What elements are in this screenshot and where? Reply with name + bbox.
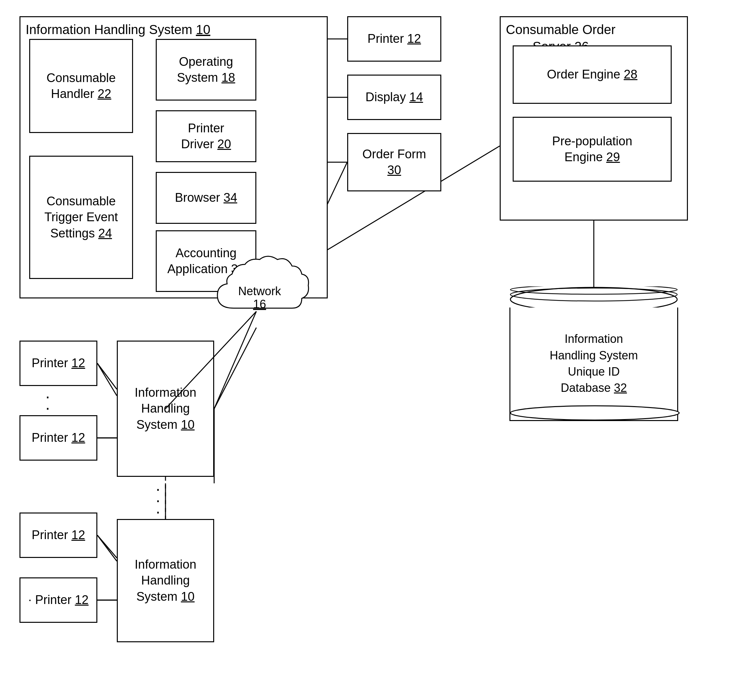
database-label: InformationHandling SystemUnique IDDatab… xyxy=(543,331,645,396)
svg-text:16: 16 xyxy=(253,297,266,311)
ihs-bot-box: InformationHandlingSystem 10 xyxy=(117,519,214,642)
consumable-handler-box: ConsumableHandler 22 xyxy=(29,39,133,133)
printer-b1-label: Printer 12 xyxy=(32,355,85,371)
browser-label: Browser 34 xyxy=(175,190,237,206)
printer-top-box: Printer 12 xyxy=(347,16,441,62)
svg-line-10 xyxy=(97,535,117,558)
ihs-mid-box: InformationHandlingSystem 10 xyxy=(117,341,214,477)
display-label: Display 14 xyxy=(365,89,423,105)
network-cloud-svg: Network 16 xyxy=(208,247,312,328)
database-cylinder: InformationHandling SystemUnique IDDatab… xyxy=(509,285,678,422)
order-form-box: Order Form30 xyxy=(347,133,441,191)
dots-2: ··· xyxy=(156,483,160,518)
pre-population-box: Pre-populationEngine 29 xyxy=(513,117,672,182)
printer-b2-box: Printer 12 xyxy=(19,415,97,460)
printer-driver-label: PrinterDriver 20 xyxy=(181,121,231,153)
consumable-handler-label: ConsumableHandler 22 xyxy=(46,70,116,102)
svg-line-8 xyxy=(97,363,117,396)
ihs-mid-label: InformationHandlingSystem 10 xyxy=(135,385,196,433)
printer-b1-box: Printer 12 xyxy=(19,341,97,386)
printer-top-label: Printer 12 xyxy=(368,31,421,47)
consumable-trigger-box: ConsumableTrigger EventSettings 24 xyxy=(29,156,133,279)
browser-box: Browser 34 xyxy=(156,172,256,224)
printer-driver-box: PrinterDriver 20 xyxy=(156,110,256,162)
network-cloud: Network 16 xyxy=(208,247,312,328)
diagram: Information Handling System 10 Consumabl… xyxy=(0,0,733,700)
display-box: Display 14 xyxy=(347,75,441,120)
order-engine-box: Order Engine 28 xyxy=(513,46,672,104)
svg-line-21 xyxy=(97,535,117,561)
pre-population-label: Pre-populationEngine 29 xyxy=(552,133,632,165)
svg-point-18 xyxy=(511,406,679,420)
svg-text:Network: Network xyxy=(238,284,281,298)
printer-b3-box: Printer 12 xyxy=(19,513,97,558)
operating-system-label: OperatingSystem 18 xyxy=(177,54,235,86)
svg-line-19 xyxy=(97,363,117,389)
consumable-trigger-label: ConsumableTrigger EventSettings 24 xyxy=(44,193,118,241)
order-engine-label: Order Engine 28 xyxy=(547,66,637,82)
printer-b2-label: Printer 12 xyxy=(32,430,85,446)
ihs-bot-label: InformationHandlingSystem 10 xyxy=(135,557,196,604)
printer-b3-label: Printer 12 xyxy=(32,527,85,543)
order-form-label: Order Form30 xyxy=(362,146,426,178)
operating-system-box: OperatingSystem 18 xyxy=(156,39,256,100)
ihs-main-label: Information Handling System 10 xyxy=(26,21,210,38)
cylinder-bottom-svg xyxy=(509,405,680,421)
printer-b4-box: · Printer 12 xyxy=(19,577,97,623)
svg-line-25 xyxy=(214,328,256,409)
printer-b4-label: · Printer 12 xyxy=(28,592,88,608)
